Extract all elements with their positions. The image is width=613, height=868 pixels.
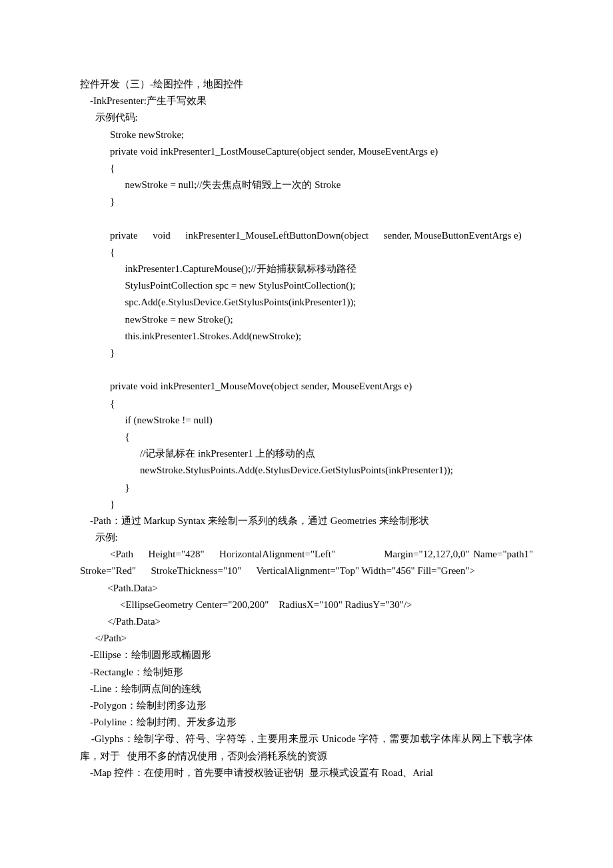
document-body: 控件开发（三）-绘图控件，地图控件 -InkPresenter:产生手写效果 示… — [80, 76, 533, 781]
